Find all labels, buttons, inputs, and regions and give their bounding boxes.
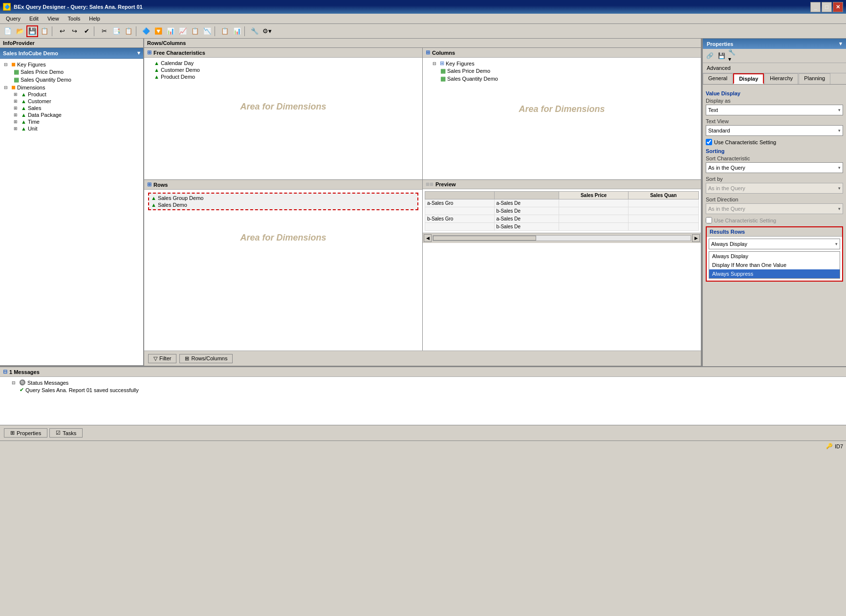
sort-direction-arrow: ▾ [838, 206, 841, 211]
results-option-always-display[interactable]: Always Display [709, 252, 840, 261]
preview-table-container: Sales Price Sales Quan a-Sales Gro a-Sal… [423, 189, 701, 233]
tree-item-sales[interactable]: ⊞ ▲ Sales [2, 105, 141, 111]
scroll-right[interactable]: ▶ [692, 234, 700, 242]
expand-time[interactable]: ⊞ [14, 119, 20, 124]
menu-help[interactable]: Help [85, 15, 104, 22]
toolbar-btn9[interactable]: 🔧 [249, 25, 260, 37]
props-btn-2[interactable]: 💾 [716, 50, 727, 61]
toolbar-btn1[interactable]: 🔷 [140, 25, 152, 37]
expand-sales[interactable]: ⊞ [14, 106, 20, 110]
toolbar-btn7[interactable]: 📋 [219, 25, 231, 37]
columns-sales-qty[interactable]: ▦ Sales Quantity Demo [425, 75, 699, 83]
sort-direction-dropdown[interactable]: As in the Query ▾ [706, 203, 843, 214]
toolbar-btn3[interactable]: 📊 [165, 25, 176, 37]
text-view-dropdown[interactable]: Standard ▾ [706, 125, 843, 136]
toolbar-copy[interactable]: 📑 [110, 25, 122, 37]
expand-customer[interactable]: ⊞ [14, 99, 20, 104]
minimize-button[interactable]: _ [810, 2, 821, 12]
toolbar-btn2[interactable]: 🔽 [152, 25, 164, 37]
toolbar-undo[interactable]: ↩ [56, 25, 68, 37]
menu-query[interactable]: Query [2, 15, 24, 22]
footer-tab-tasks[interactable]: ☑ Tasks [49, 428, 83, 438]
toolbar-paste[interactable]: 📋 [123, 25, 134, 37]
free-char-product[interactable]: ▲ Product Demo [146, 73, 420, 80]
menu-edit[interactable]: Edit [25, 15, 43, 22]
free-char-calendar[interactable]: ▲ Calendar Day [146, 60, 420, 66]
toolbar-btn10[interactable]: ⚙▾ [261, 25, 273, 37]
tab-display[interactable]: Display [733, 73, 764, 84]
tree-item-sales-price[interactable]: ▦ Sales Price Demo [2, 68, 141, 76]
preview-cell-3-0 [425, 223, 495, 231]
expand-keyfigures[interactable]: ⊟ [4, 62, 10, 67]
tree-item-product[interactable]: ⊞ ▲ Product [2, 91, 141, 98]
toolbar-save2[interactable]: 📋 [39, 25, 50, 37]
row-sales-demo[interactable]: ▲ Sales Demo [151, 201, 415, 208]
columns-kf-group[interactable]: ⊟ ⊞ Key Figures [425, 60, 699, 67]
row-sales-group[interactable]: ▲ Sales Group Demo [151, 195, 415, 201]
expand-dimensions[interactable]: ⊟ [4, 85, 10, 90]
toolbar-btn6[interactable]: 📉 [201, 25, 213, 37]
tree-item-keyfigures-group[interactable]: ⊟ ◼ Key Figures [2, 61, 141, 68]
display-as-dropdown[interactable]: Text ▾ [706, 105, 843, 115]
props-btn-1[interactable]: 🔗 [704, 50, 715, 61]
tab-planning[interactable]: Planning [799, 73, 830, 84]
tree-item-sales-qty[interactable]: ▦ Sales Quantity Demo [2, 76, 141, 84]
results-option-always-suppress[interactable]: Always Suppress [709, 269, 840, 278]
expand-messages[interactable]: ⊟ [12, 380, 18, 385]
tree-label-customer: Customer [28, 98, 51, 104]
toolbar-btn4[interactable]: 📈 [177, 25, 189, 37]
separator-2 [94, 26, 97, 36]
columns-sales-price[interactable]: ▦ Sales Price Demo [425, 67, 699, 75]
results-option-display-if-more[interactable]: Display If More than One Value [709, 261, 840, 269]
tree-item-unit[interactable]: ⊞ ▲ Unit [2, 125, 141, 132]
close-button[interactable]: ✕ [833, 2, 843, 12]
row-selected-group[interactable]: ▲ Sales Group Demo ▲ Sales Demo [148, 193, 418, 210]
filter-button[interactable]: ▽ Filter [148, 354, 176, 363]
tree-item-datapackage[interactable]: ⊞ ▲ Data Package [2, 111, 141, 118]
tree-item-dimensions-group[interactable]: ⊟ ◼ Dimensions [2, 84, 141, 91]
rows-columns-label: Rows/Columns [191, 355, 227, 361]
toolbar-btn5[interactable]: 📋 [189, 25, 201, 37]
properties-panel: Properties ▾ 🔗 💾 🔧▾ Advanced General Dis… [702, 39, 846, 366]
expand-unit[interactable]: ⊞ [14, 126, 20, 131]
rows-area-placeholder: Area for Dimensions [144, 213, 422, 243]
use-char-setting-checkbox[interactable] [706, 139, 712, 145]
tree-item-customer[interactable]: ⊞ ▲ Customer [2, 98, 141, 105]
rows-header: ⊞ Rows [144, 180, 422, 190]
rows-columns-button[interactable]: ⊞ Rows/Columns [179, 354, 233, 363]
sort-by-dropdown[interactable]: As in the Query ▾ [706, 183, 843, 194]
tab-general[interactable]: General [703, 73, 733, 84]
free-char-customer[interactable]: ▲ Customer Demo [146, 66, 420, 73]
rows-columns-icon: ⊞ [185, 355, 189, 362]
scroll-track[interactable] [433, 235, 691, 241]
tab-hierarchy[interactable]: Hierarchy [764, 73, 798, 84]
menu-tools[interactable]: Tools [64, 15, 85, 22]
display-as-arrow: ▾ [838, 108, 841, 112]
sort-char-dropdown[interactable]: As in the Query ▾ [706, 162, 843, 173]
props-dropdown-arrow[interactable]: ▾ [839, 41, 842, 47]
toolbar-check[interactable]: ✔ [81, 25, 92, 37]
props-btn-3[interactable]: 🔧▾ [728, 50, 738, 61]
toolbar-cut[interactable]: ✂ [98, 25, 110, 37]
maximize-button[interactable]: □ [822, 2, 832, 12]
tree-label-sales: Sales [28, 105, 42, 111]
preview-cell-1-2 [559, 207, 629, 215]
expand-product[interactable]: ⊞ [14, 92, 20, 97]
toolbar-new[interactable]: 📄 [2, 25, 14, 37]
toolbar-save[interactable]: 💾 [26, 25, 38, 37]
columns-kf-label: Key Figures [446, 61, 475, 66]
scroll-left[interactable]: ◀ [424, 234, 432, 242]
tree-item-time[interactable]: ⊞ ▲ Time [2, 118, 141, 125]
app-icon: 🔷 [3, 3, 11, 11]
expand-datapackage[interactable]: ⊞ [14, 112, 20, 117]
toolbar-redo[interactable]: ↪ [68, 25, 80, 37]
use-char-setting2-checkbox[interactable] [706, 217, 712, 223]
toolbar-open[interactable]: 📂 [14, 25, 26, 37]
scroll-thumb [433, 236, 536, 241]
toolbar-btn8[interactable]: 📊 [231, 25, 243, 37]
footer-tab-properties[interactable]: ⊞ Properties [4, 428, 47, 438]
menu-view[interactable]: View [43, 15, 63, 22]
results-rows-trigger[interactable]: Always Display ▾ [709, 239, 840, 249]
infoprovider-arrow[interactable]: ▾ [137, 50, 140, 56]
expand-columns-kf[interactable]: ⊟ [433, 61, 438, 66]
